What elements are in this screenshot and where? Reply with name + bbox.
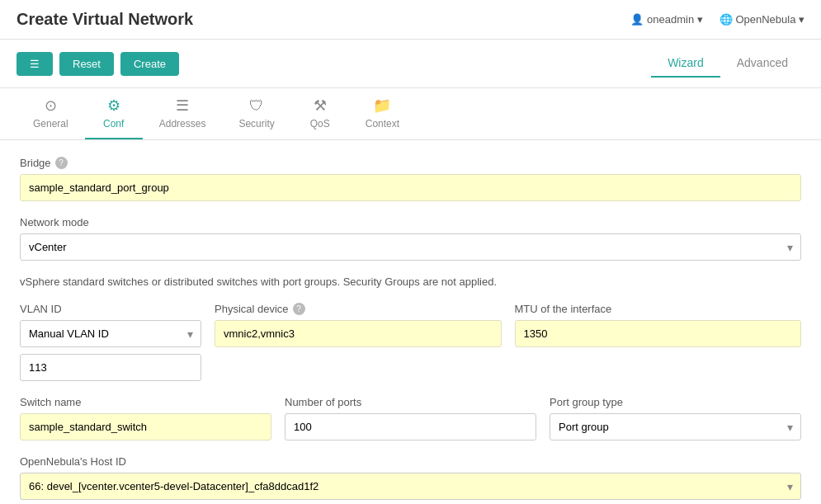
- port-group-type-col: Port group type Port group ▾: [550, 396, 801, 455]
- bridge-help-icon[interactable]: ?: [55, 157, 68, 169]
- num-ports-col: Number of ports: [285, 396, 536, 455]
- switch-name-col: Switch name: [20, 396, 271, 455]
- toolbar-right: Wizard Advanced: [651, 49, 804, 78]
- physical-device-col: Physical device ?: [215, 303, 502, 362]
- toolbar-left: ☰ Reset Create: [17, 52, 179, 76]
- step-security[interactable]: 🛡 Security: [222, 89, 290, 139]
- port-group-type-select[interactable]: Port group: [550, 413, 801, 440]
- steps-nav: ⊙ General ⚙ Conf ☰ Addresses 🛡 Security …: [0, 88, 821, 140]
- host-id-select-wrapper: 66: devel_[vcenter.vcenter5-devel-Datace…: [20, 473, 801, 500]
- mtu-field-group: MTU of the interface: [515, 303, 802, 347]
- mtu-input[interactable]: [515, 320, 802, 347]
- toolbar: ☰ Reset Create Wizard Advanced: [0, 40, 821, 88]
- network-mode-field-group: Network mode vCenter ▾: [20, 216, 801, 261]
- org-menu[interactable]: 🌐 OpenNebula ▾: [720, 13, 804, 26]
- port-group-type-label: Port group type: [550, 396, 801, 408]
- num-ports-input[interactable]: [285, 413, 536, 440]
- security-icon: 🛡: [249, 97, 264, 115]
- advanced-tab[interactable]: Advanced: [720, 49, 804, 78]
- step-context[interactable]: 📁 Context: [349, 88, 416, 139]
- vlan-id-select-wrapper: Manual VLAN ID ▾: [20, 320, 201, 347]
- vlan-id-select[interactable]: Manual VLAN ID: [20, 320, 201, 347]
- qos-icon: ⚒: [314, 97, 327, 115]
- switch-name-input[interactable]: [20, 413, 271, 440]
- num-ports-label: Number of ports: [285, 396, 536, 408]
- physical-device-input[interactable]: [215, 320, 502, 347]
- header-user-area: 👤 oneadmin ▾ 🌐 OpenNebula ▾: [630, 13, 804, 26]
- header: Create Virtual Network 👤 oneadmin ▾ 🌐 Op…: [0, 0, 821, 40]
- list-button[interactable]: ☰: [17, 52, 53, 76]
- physical-device-field-group: Physical device ?: [215, 303, 502, 347]
- physical-device-help-icon[interactable]: ?: [293, 303, 305, 315]
- vlan-id-number-input[interactable]: [20, 354, 201, 381]
- switch-name-field-group: Switch name: [20, 396, 271, 440]
- bridge-input[interactable]: [20, 174, 801, 201]
- switch-name-label: Switch name: [20, 396, 271, 408]
- mtu-label: MTU of the interface: [515, 303, 802, 315]
- page-title: Create Virtual Network: [17, 10, 193, 29]
- bridge-label: Bridge ?: [20, 157, 801, 169]
- vlan-row: VLAN ID Manual VLAN ID ▾ Physical device…: [20, 303, 801, 396]
- list-icon: ☰: [30, 58, 40, 70]
- network-info-text: vSphere standard switches or distributed…: [20, 276, 801, 288]
- vlan-id-field-group: VLAN ID Manual VLAN ID ▾: [20, 303, 201, 381]
- conf-icon: ⚙: [107, 97, 120, 115]
- reset-button[interactable]: Reset: [59, 52, 114, 76]
- create-button[interactable]: Create: [120, 52, 179, 76]
- wizard-tab[interactable]: Wizard: [651, 49, 720, 78]
- host-id-field-group: OpenNebula's Host ID 66: devel_[vcenter.…: [20, 455, 801, 500]
- context-icon: 📁: [373, 97, 391, 115]
- step-general[interactable]: ⊙ General: [17, 88, 85, 139]
- network-mode-select-wrapper: vCenter ▾: [20, 233, 801, 261]
- network-mode-select[interactable]: vCenter: [20, 233, 801, 261]
- mtu-col: MTU of the interface: [515, 303, 802, 362]
- host-id-select[interactable]: 66: devel_[vcenter.vcenter5-devel-Datace…: [20, 473, 801, 500]
- step-addresses[interactable]: ☰ Addresses: [143, 88, 223, 139]
- step-conf[interactable]: ⚙ Conf: [85, 88, 143, 139]
- network-mode-label: Network mode: [20, 216, 801, 228]
- host-id-label: OpenNebula's Host ID: [20, 455, 801, 468]
- user-menu[interactable]: 👤 oneadmin ▾: [630, 13, 702, 26]
- num-ports-field-group: Number of ports: [285, 396, 536, 440]
- step-qos[interactable]: ⚒ QoS: [291, 88, 349, 139]
- vlan-id-col: VLAN ID Manual VLAN ID ▾: [20, 303, 201, 396]
- port-group-type-select-wrapper: Port group ▾: [550, 413, 801, 440]
- vlan-id-label: VLAN ID: [20, 303, 201, 315]
- switch-row: Switch name Number of ports Port group t…: [20, 396, 801, 455]
- physical-device-label: Physical device ?: [215, 303, 502, 315]
- content-area: Bridge ? Network mode vCenter ▾ vSphere …: [0, 140, 821, 504]
- bridge-field-group: Bridge ?: [20, 157, 801, 201]
- general-icon: ⊙: [45, 97, 57, 115]
- port-group-type-field-group: Port group type Port group ▾: [550, 396, 801, 440]
- addresses-icon: ☰: [176, 97, 189, 115]
